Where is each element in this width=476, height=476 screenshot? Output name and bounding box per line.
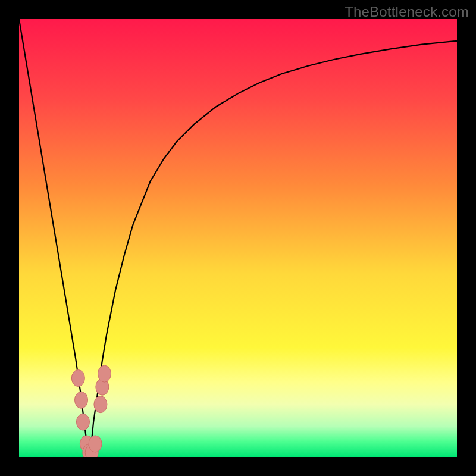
watermark-text: TheBottleneck.com — [345, 4, 469, 20]
data-point-marker — [89, 436, 102, 452]
data-point-marker — [76, 414, 89, 430]
data-point-marker — [75, 392, 88, 408]
gradient-background — [19, 19, 457, 457]
bottleneck-chart — [19, 19, 457, 457]
data-point-marker — [94, 396, 107, 413]
plot-area — [19, 19, 457, 457]
data-point-marker — [71, 370, 84, 387]
chart-frame: TheBottleneck.com — [0, 0, 476, 476]
data-point-marker — [98, 365, 111, 382]
